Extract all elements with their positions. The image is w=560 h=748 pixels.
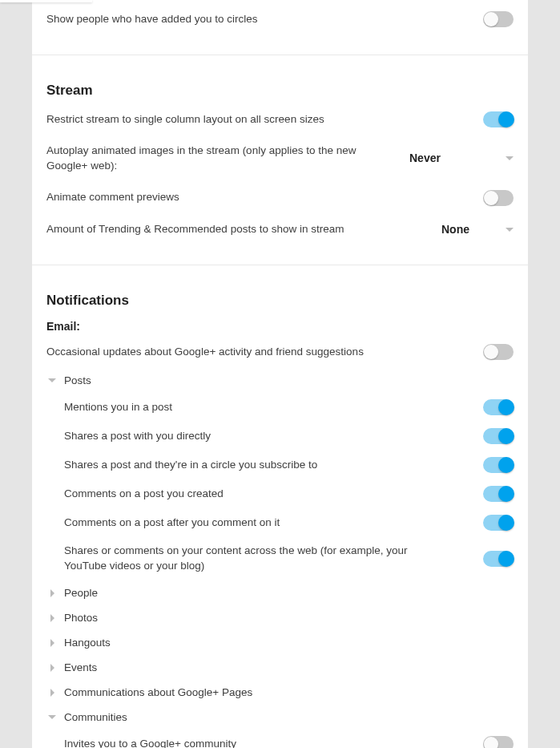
trending-value: None xyxy=(441,222,469,238)
chevron-right-icon xyxy=(50,589,54,597)
group-photos-label: Photos xyxy=(64,612,98,624)
setting-show-circles: Show people who have added you to circle… xyxy=(46,3,514,35)
post-mentions-label: Mentions you in a post xyxy=(64,400,483,415)
group-photos[interactable]: Photos xyxy=(46,605,514,630)
post-comments-after-toggle[interactable] xyxy=(483,515,514,531)
autoplay-label: Autoplay animated images in the stream (… xyxy=(46,144,409,174)
group-posts-label: Posts xyxy=(64,374,91,386)
post-comments-your-label: Comments on a post you created xyxy=(64,487,483,502)
group-posts[interactable]: Posts xyxy=(46,368,514,393)
autoplay-value: Never xyxy=(409,151,441,167)
chevron-down-icon xyxy=(48,715,56,719)
group-communities-label: Communities xyxy=(64,711,127,723)
show-circles-label: Show people who have added you to circle… xyxy=(46,12,483,27)
post-shares-direct-label: Shares a post with you directly xyxy=(64,429,483,444)
setting-restrict-stream: Restrict stream to single column layout … xyxy=(46,103,514,135)
chevron-down-icon xyxy=(506,228,514,232)
trending-label: Amount of Trending & Recommended posts t… xyxy=(46,222,441,237)
autoplay-dropdown[interactable]: Never xyxy=(409,151,514,167)
animate-previews-label: Animate comment previews xyxy=(46,190,483,205)
group-events-label: Events xyxy=(64,661,97,673)
post-mentions-toggle[interactable] xyxy=(483,399,514,415)
community-invite-label: Invites you to a Google+ community xyxy=(64,737,483,748)
group-pages[interactable]: Communications about Google+ Pages xyxy=(46,680,514,705)
post-comments-your-toggle[interactable] xyxy=(483,486,514,502)
section-title-stream: Stream xyxy=(46,68,514,103)
chevron-right-icon xyxy=(50,689,54,697)
setting-post-comments-your: Comments on a post you created xyxy=(64,479,514,508)
post-web-content-toggle[interactable] xyxy=(483,551,514,567)
community-invite-toggle[interactable] xyxy=(483,736,514,748)
trending-dropdown[interactable]: None xyxy=(441,222,514,238)
post-comments-after-label: Comments on a post after you comment on … xyxy=(64,516,483,531)
post-shares-direct-toggle[interactable] xyxy=(483,428,514,444)
setting-animate-previews: Animate comment previews xyxy=(46,182,514,214)
setting-post-web-content: Shares or comments on your content acros… xyxy=(64,537,514,580)
occasional-updates-label: Occasional updates about Google+ activit… xyxy=(46,345,483,360)
chevron-right-icon xyxy=(50,664,54,672)
group-hangouts-label: Hangouts xyxy=(64,637,111,649)
setting-post-comments-after: Comments on a post after you comment on … xyxy=(64,508,514,537)
browser-tab-indicator xyxy=(0,0,92,2)
section-title-notifications: Notifications xyxy=(46,278,514,313)
group-communities[interactable]: Communities xyxy=(46,705,514,730)
show-circles-toggle[interactable] xyxy=(483,11,514,27)
group-people[interactable]: People xyxy=(46,580,514,605)
chevron-right-icon xyxy=(50,614,54,622)
post-shares-circle-toggle[interactable] xyxy=(483,457,514,473)
setting-post-shares-direct: Shares a post with you directly xyxy=(64,422,514,451)
chevron-down-icon xyxy=(506,156,514,160)
animate-previews-toggle[interactable] xyxy=(483,190,514,206)
group-hangouts[interactable]: Hangouts xyxy=(46,630,514,655)
setting-post-mentions: Mentions you in a post xyxy=(64,393,514,422)
group-events[interactable]: Events xyxy=(46,655,514,680)
restrict-stream-toggle[interactable] xyxy=(483,111,514,127)
post-web-content-label: Shares or comments on your content acros… xyxy=(64,544,483,574)
notifications-email-label: Email: xyxy=(46,313,514,336)
post-shares-circle-label: Shares a post and they're in a circle yo… xyxy=(64,458,483,473)
setting-occasional-updates: Occasional updates about Google+ activit… xyxy=(46,336,514,368)
group-pages-label: Communications about Google+ Pages xyxy=(64,686,252,698)
chevron-down-icon xyxy=(48,378,56,382)
occasional-updates-toggle[interactable] xyxy=(483,344,514,360)
setting-autoplay: Autoplay animated images in the stream (… xyxy=(46,135,514,182)
chevron-right-icon xyxy=(50,639,54,647)
setting-post-shares-circle: Shares a post and they're in a circle yo… xyxy=(64,451,514,479)
setting-trending: Amount of Trending & Recommended posts t… xyxy=(46,214,514,246)
setting-community-invite: Invites you to a Google+ community xyxy=(64,730,514,748)
restrict-stream-label: Restrict stream to single column layout … xyxy=(46,112,483,127)
group-people-label: People xyxy=(64,587,98,599)
